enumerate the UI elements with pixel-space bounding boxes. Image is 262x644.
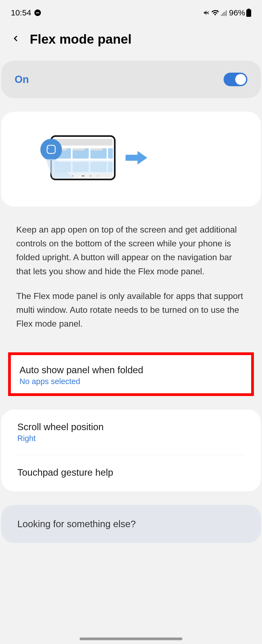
scroll-wheel-value: Right [17, 434, 245, 443]
status-bar-right: 6 96% [203, 8, 251, 17]
svg-rect-1 [246, 9, 251, 17]
nav-indicator[interactable] [80, 637, 182, 640]
status-time: 10:54 [11, 8, 31, 17]
svg-rect-15 [90, 162, 107, 172]
mute-icon [203, 9, 210, 16]
wifi-icon: 6 [211, 9, 219, 17]
svg-rect-8 [108, 148, 113, 159]
illustration-card [1, 112, 261, 207]
toggle-label: On [15, 74, 29, 85]
description-para2: The Flex mode panel is only available fo… [16, 289, 246, 331]
svg-rect-16 [108, 162, 113, 172]
toggle-switch[interactable] [224, 73, 247, 86]
signal-icon [220, 9, 228, 17]
auto-show-panel-setting[interactable]: Auto show panel when folded No apps sele… [8, 352, 254, 396]
svg-point-21 [40, 139, 62, 160]
svg-rect-19 [82, 175, 84, 176]
scroll-wheel-title: Scroll wheel position [17, 421, 245, 432]
battery-percent: 96% [229, 8, 245, 17]
page-title: Flex mode panel [30, 32, 132, 47]
footer-text: Looking for something else? [17, 519, 245, 529]
auto-show-title: Auto show panel when folded [19, 365, 243, 375]
touchpad-title: Touchpad gesture help [17, 467, 245, 478]
description-para1: Keep an app open on top of the screen an… [16, 223, 246, 278]
scroll-wheel-setting[interactable]: Scroll wheel position Right [1, 410, 261, 455]
description-section: Keep an app open on top of the screen an… [0, 207, 262, 352]
svg-rect-4 [54, 139, 113, 146]
status-bar: 10:54 6 96% [0, 0, 262, 23]
touchpad-setting[interactable]: Touchpad gesture help [1, 455, 261, 491]
battery-icon [246, 9, 251, 17]
main-toggle-card[interactable]: On [1, 61, 261, 98]
back-button[interactable] [8, 31, 23, 47]
svg-rect-14 [73, 162, 89, 172]
svg-text:6: 6 [217, 9, 218, 12]
svg-point-18 [72, 175, 73, 176]
status-bar-left: 10:54 [11, 8, 41, 17]
settings-card: Scroll wheel position Right Touchpad ges… [1, 410, 261, 491]
footer-card[interactable]: Looking for something else? [1, 505, 261, 543]
dnd-icon [34, 9, 41, 16]
header: Flex mode panel [0, 23, 262, 61]
arrow-right-icon [126, 151, 147, 165]
flex-mode-illustration [36, 133, 147, 182]
svg-rect-10 [73, 148, 85, 150]
svg-rect-11 [90, 148, 103, 150]
svg-rect-2 [248, 9, 250, 10]
auto-show-value: No apps selected [19, 377, 243, 386]
